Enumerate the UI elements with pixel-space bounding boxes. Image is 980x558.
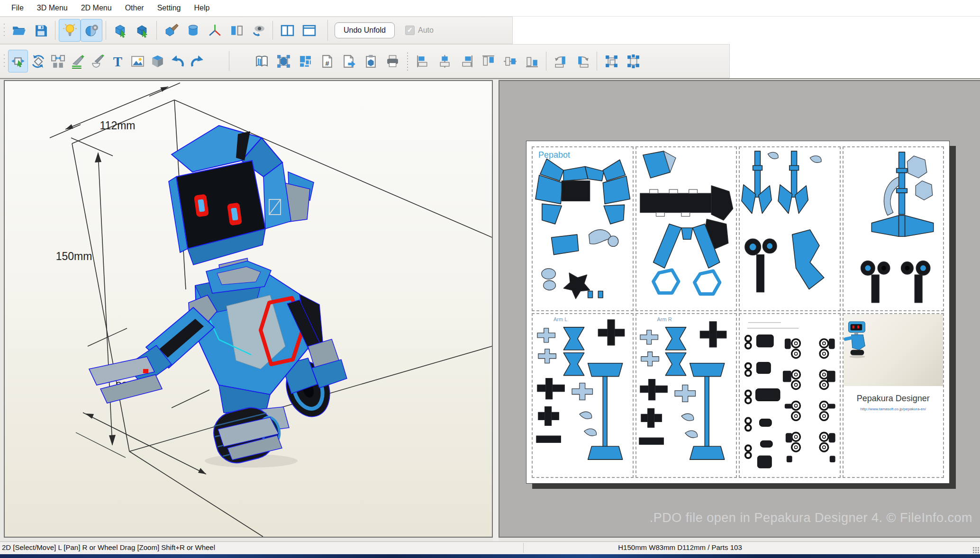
separator — [272, 21, 273, 40]
separator — [597, 52, 597, 71]
svg-text:#: # — [325, 59, 329, 67]
change-viewpoint-icon[interactable] — [247, 19, 269, 42]
rotate-part-icon[interactable] — [28, 50, 48, 72]
export-page-icon[interactable] — [338, 50, 360, 72]
pattern-page: Pepabot — [526, 141, 950, 484]
rotate-counterclockwise-icon[interactable] — [550, 50, 572, 72]
watermark-text: .PDO file open in Pepakura Designer 4. ©… — [650, 511, 972, 525]
separator — [207, 51, 251, 71]
toolbar-grip[interactable] — [3, 53, 6, 69]
robot-left-arm — [89, 295, 217, 403]
rotate-clockwise-icon[interactable] — [572, 50, 593, 72]
align-top-icon[interactable] — [477, 50, 499, 72]
separator — [156, 21, 157, 40]
separator — [546, 52, 546, 71]
pattern-parts-legs[interactable] — [740, 147, 840, 310]
promo-title: Pepakura Designer — [844, 394, 944, 404]
ungroup-parts-icon[interactable] — [622, 50, 644, 72]
pepakura-designer-window: File 3D Menu 2D Menu Other Setting Help — [0, 0, 980, 558]
svg-text:T: T — [113, 54, 122, 69]
align-middle-vertical-icon[interactable] — [499, 50, 521, 72]
pattern-parts-arm-right[interactable] — [636, 314, 736, 477]
adjust-spacing-icon[interactable] — [48, 50, 68, 72]
auto-checkbox-label: Auto — [418, 26, 434, 35]
page-number-icon[interactable]: # — [316, 50, 338, 72]
promo-robot-image — [844, 321, 873, 359]
pattern-parts-body[interactable] — [636, 147, 736, 310]
menu-setting[interactable]: Setting — [151, 2, 188, 14]
paint-fill-icon[interactable] — [88, 50, 108, 72]
separator — [327, 20, 328, 41]
separator — [106, 21, 106, 40]
undo-icon[interactable] — [167, 50, 187, 72]
page-cell-body-parts[interactable] — [635, 146, 737, 311]
align-left-icon[interactable] — [412, 50, 434, 72]
page-cell-arm-left[interactable]: Arm L — [532, 313, 634, 478]
save-file-icon[interactable] — [30, 19, 52, 42]
redo-icon[interactable] — [187, 50, 207, 72]
edit-line-icon[interactable] — [68, 50, 88, 72]
resize-grip[interactable] — [972, 547, 979, 553]
pattern-parts-fittings[interactable] — [740, 314, 840, 477]
open-file-icon[interactable] — [8, 19, 30, 42]
split-window-icon[interactable] — [226, 19, 247, 42]
single-pane-layout-icon[interactable] — [298, 19, 320, 42]
align-bottom-icon[interactable] — [521, 50, 543, 72]
status-hint: 2D [Select/Move] L [Pan] R or Wheel Drag… — [2, 543, 215, 551]
auto-layout-icon[interactable] — [294, 50, 316, 72]
svg-text:112mm: 112mm — [100, 119, 136, 132]
promo-photo — [844, 314, 944, 386]
pattern-parts-arm-left[interactable] — [533, 314, 633, 477]
copy-to-clipboard-icon[interactable] — [360, 50, 381, 72]
unfold-icon[interactable] — [251, 50, 272, 72]
auto-checkbox[interactable]: ✓ — [405, 26, 415, 35]
select-parts-3d-icon[interactable] — [131, 19, 153, 42]
insert-image-icon[interactable] — [127, 50, 147, 72]
robot-head — [169, 126, 314, 265]
select-move-3d-icon[interactable] — [109, 19, 131, 42]
align-right-icon[interactable] — [455, 50, 477, 72]
menu-help[interactable]: Help — [187, 2, 216, 14]
two-pane-layout-icon[interactable] — [276, 19, 298, 42]
undo-unfold-button[interactable]: Undo Unfold — [335, 22, 395, 38]
taskbar-edge — [0, 554, 980, 558]
page-cell-arm-right[interactable]: Arm R — [635, 313, 737, 478]
align-center-horizontal-icon[interactable] — [434, 50, 455, 72]
texture-display-icon[interactable] — [81, 19, 102, 42]
page-cell-head-parts[interactable]: Pepabot — [532, 146, 634, 311]
axis-view-icon[interactable] — [204, 19, 226, 42]
menu-file[interactable]: File — [5, 2, 30, 14]
viewport-2d[interactable]: Pepabot — [499, 80, 980, 538]
solid-view-icon[interactable] — [182, 19, 204, 42]
page-cell-promo[interactable]: Pepakura Designer http://www.tamasoft.co… — [843, 313, 944, 478]
page-cell-strut-parts[interactable] — [843, 146, 944, 311]
print-icon[interactable] — [381, 50, 403, 72]
robot-model[interactable] — [89, 126, 347, 468]
toolbar-2d: T — [0, 44, 980, 78]
paint-material-icon[interactable] — [160, 19, 182, 42]
page-cell-small-parts[interactable] — [739, 313, 841, 478]
pattern-parts-head[interactable] — [533, 147, 633, 310]
page-cell-leg-parts[interactable] — [739, 146, 841, 311]
arm-right-label: Arm R — [657, 316, 672, 322]
group-parts-icon[interactable] — [600, 50, 622, 72]
menu-other[interactable]: Other — [118, 2, 151, 14]
dimension-depth: 112mm — [50, 83, 180, 138]
select-move-2d-icon[interactable] — [8, 50, 28, 72]
fit-selection-icon[interactable] — [272, 50, 294, 72]
status-model-info: H150mm W83mm D112mm / Parts 103 — [524, 543, 836, 551]
arm-left-label: Arm L — [554, 316, 567, 322]
panel-splitter[interactable] — [493, 79, 499, 542]
main-area: 112mm 150mm 83mm — [0, 78, 980, 541]
viewport-3d[interactable]: 112mm 150mm 83mm — [4, 80, 493, 538]
3d-scene[interactable]: 112mm 150mm 83mm — [5, 81, 492, 537]
toolbar-grip[interactable] — [3, 22, 6, 38]
show-3d-model-icon[interactable] — [147, 50, 167, 72]
insert-text-icon[interactable]: T — [108, 50, 127, 72]
svg-text:150mm: 150mm — [56, 250, 92, 262]
menu-3d-menu[interactable]: 3D Menu — [30, 2, 74, 14]
auto-checkbox-group[interactable]: ✓ Auto — [405, 26, 434, 35]
pattern-parts-struts[interactable] — [844, 147, 944, 310]
render-light-icon[interactable] — [59, 19, 81, 42]
menu-2d-menu[interactable]: 2D Menu — [74, 2, 118, 14]
